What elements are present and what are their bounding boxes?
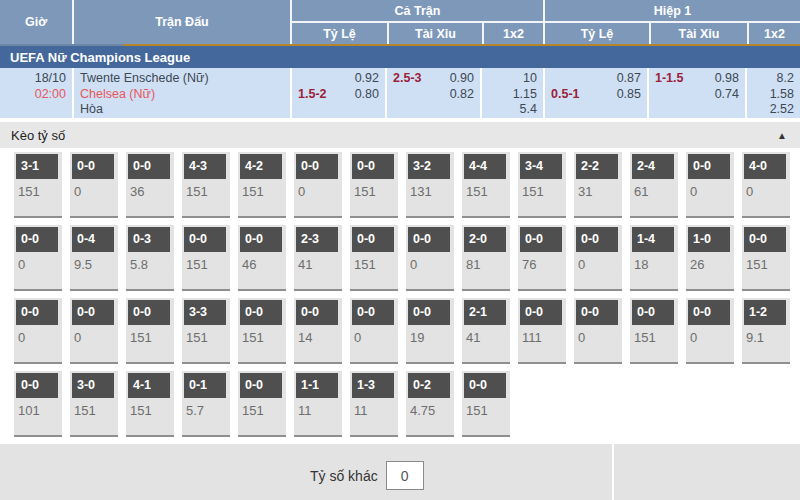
correct-score-cell[interactable]: 0-00 xyxy=(294,152,342,218)
score-label: 0-0 xyxy=(16,227,58,252)
correct-score-cell[interactable]: 1-311 xyxy=(350,371,398,437)
correct-score-cell[interactable]: 2-341 xyxy=(294,225,342,291)
full-1x2-away[interactable]: 1.15 xyxy=(513,87,537,103)
half-handicap-away-odds[interactable]: 0.85 xyxy=(617,87,641,103)
correct-score-cell[interactable]: 0-0111 xyxy=(518,298,566,364)
header-time: Giờ xyxy=(0,0,72,44)
correct-score-cell[interactable]: 0-49.5 xyxy=(70,225,118,291)
correct-score-cell[interactable]: 0-076 xyxy=(518,225,566,291)
correct-score-cell[interactable]: 1-29.1 xyxy=(742,298,790,364)
header-group-first-half: Hiệp 1 Tỷ Lệ Tài Xỉu 1x2 xyxy=(543,0,800,44)
correct-score-cell[interactable]: 0-0151 xyxy=(350,152,398,218)
half-over-odds[interactable]: 0.98 xyxy=(715,71,739,87)
score-odds-value: 151 xyxy=(746,257,790,272)
full-1x2-home[interactable]: 10 xyxy=(523,71,537,87)
league-bar[interactable]: UEFA Nữ Champions League xyxy=(0,46,800,68)
half-1x2-home[interactable]: 8.2 xyxy=(777,71,794,87)
correct-score-cell[interactable]: 4-1151 xyxy=(126,371,174,437)
correct-score-cell[interactable]: 0-0151 xyxy=(630,298,678,364)
league-name: UEFA Nữ Champions League xyxy=(10,50,190,65)
header-match: Trận Đấu xyxy=(72,0,290,44)
correct-score-cell[interactable]: 0-014 xyxy=(294,298,342,364)
score-label: 2-2 xyxy=(576,154,618,179)
correct-score-cell[interactable]: 2-461 xyxy=(630,152,678,218)
correct-score-cell[interactable]: 0-0151 xyxy=(126,298,174,364)
correct-score-cell[interactable]: 0-24.75 xyxy=(406,371,454,437)
other-score-footer: Tỷ số khác 0 xyxy=(0,444,800,500)
score-label: 0-0 xyxy=(128,154,170,179)
score-label: 4-3 xyxy=(184,154,226,179)
other-score-odds-box[interactable]: 0 xyxy=(386,461,424,490)
correct-score-cell[interactable]: 2-231 xyxy=(574,152,622,218)
correct-score-cell[interactable]: 0-00 xyxy=(686,152,734,218)
correct-score-cell[interactable]: 0-15.7 xyxy=(182,371,230,437)
score-label: 1-0 xyxy=(688,227,730,252)
home-team[interactable]: Twente Enschede (Nữ) xyxy=(80,71,209,87)
correct-score-cell[interactable]: 0-0151 xyxy=(238,298,286,364)
header-full-match-title: Cả Trận xyxy=(292,0,543,21)
full-handicap-home-odds[interactable]: 0.92 xyxy=(355,71,379,87)
full-over-odds[interactable]: 0.90 xyxy=(450,71,474,87)
score-label: 3-2 xyxy=(408,154,450,179)
correct-score-cell[interactable]: 0-0151 xyxy=(350,225,398,291)
half-1x2-away[interactable]: 1.58 xyxy=(770,87,794,103)
correct-score-cell[interactable]: 2-081 xyxy=(462,225,510,291)
away-team[interactable]: Chelsea (Nữ) xyxy=(80,87,155,103)
correct-score-cell[interactable]: 3-0151 xyxy=(70,371,118,437)
correct-score-cell[interactable]: 0-00 xyxy=(574,225,622,291)
header-first-half-title: Hiệp 1 xyxy=(545,0,800,21)
collapse-arrow-icon[interactable]: ▲ xyxy=(777,130,787,141)
correct-score-cell[interactable]: 3-3151 xyxy=(182,298,230,364)
score-odds-value: 0 xyxy=(354,330,398,345)
score-label: 0-0 xyxy=(408,300,450,325)
score-odds-value: 151 xyxy=(242,403,286,418)
half-1x2-draw[interactable]: 2.52 xyxy=(770,102,794,118)
score-odds-value: 151 xyxy=(354,184,398,199)
correct-score-cell[interactable]: 3-4151 xyxy=(518,152,566,218)
score-label: 0-0 xyxy=(688,300,730,325)
correct-score-cell[interactable]: 1-026 xyxy=(686,225,734,291)
score-label: 0-0 xyxy=(576,300,618,325)
correct-score-cell[interactable]: 0-00 xyxy=(350,298,398,364)
correct-score-cell[interactable]: 0-00 xyxy=(686,298,734,364)
draw-label: Hòa xyxy=(80,102,103,118)
correct-score-cell[interactable]: 0-00 xyxy=(70,298,118,364)
match-date: 18/10 xyxy=(35,71,66,87)
correct-score-cell[interactable]: 0-0151 xyxy=(742,225,790,291)
correct-score-cell[interactable]: 3-2131 xyxy=(406,152,454,218)
correct-score-cell[interactable]: 0-00 xyxy=(406,225,454,291)
correct-score-cell[interactable]: 1-111 xyxy=(294,371,342,437)
half-under-odds[interactable]: 0.74 xyxy=(715,87,739,103)
score-odds-value: 0 xyxy=(18,330,62,345)
correct-score-cell[interactable]: 0-0151 xyxy=(462,371,510,437)
half-overunder-cell: 1-1.50.98 0.74 xyxy=(647,68,745,118)
full-1x2-draw[interactable]: 5.4 xyxy=(520,102,537,118)
correct-score-cell[interactable]: 2-141 xyxy=(462,298,510,364)
correct-score-cell[interactable]: 4-00 xyxy=(742,152,790,218)
score-odds-value: 151 xyxy=(242,184,286,199)
correct-score-cell[interactable]: 4-3151 xyxy=(182,152,230,218)
score-label: 0-0 xyxy=(72,154,114,179)
half-handicap-home-odds[interactable]: 0.87 xyxy=(617,71,641,87)
correct-score-cell[interactable]: 0-0151 xyxy=(238,371,286,437)
correct-score-cell[interactable]: 0-00 xyxy=(70,152,118,218)
full-handicap-away-odds[interactable]: 0.80 xyxy=(355,87,379,103)
correct-score-cell[interactable]: 0-00 xyxy=(14,298,62,364)
correct-score-cell[interactable]: 1-418 xyxy=(630,225,678,291)
score-odds-value: 151 xyxy=(242,330,286,345)
correct-score-cell[interactable]: 0-00 xyxy=(14,225,62,291)
correct-score-cell[interactable]: 4-2151 xyxy=(238,152,286,218)
correct-score-cell[interactable]: 3-1151 xyxy=(14,152,62,218)
correct-score-cell[interactable]: 0-0101 xyxy=(14,371,62,437)
correct-score-cell[interactable]: 0-35.8 xyxy=(126,225,174,291)
score-odds-value: 101 xyxy=(18,403,62,418)
correct-score-cell[interactable]: 0-00 xyxy=(574,298,622,364)
correct-score-cell[interactable]: 0-019 xyxy=(406,298,454,364)
correct-score-cell[interactable]: 0-0151 xyxy=(182,225,230,291)
correct-score-cell[interactable]: 4-4151 xyxy=(462,152,510,218)
full-under-odds[interactable]: 0.82 xyxy=(450,87,474,103)
correct-score-cell[interactable]: 0-036 xyxy=(126,152,174,218)
score-odds-value: 151 xyxy=(18,184,62,199)
correct-score-cell[interactable]: 0-046 xyxy=(238,225,286,291)
match-time-cell: 18/10 02:00 xyxy=(0,68,72,118)
